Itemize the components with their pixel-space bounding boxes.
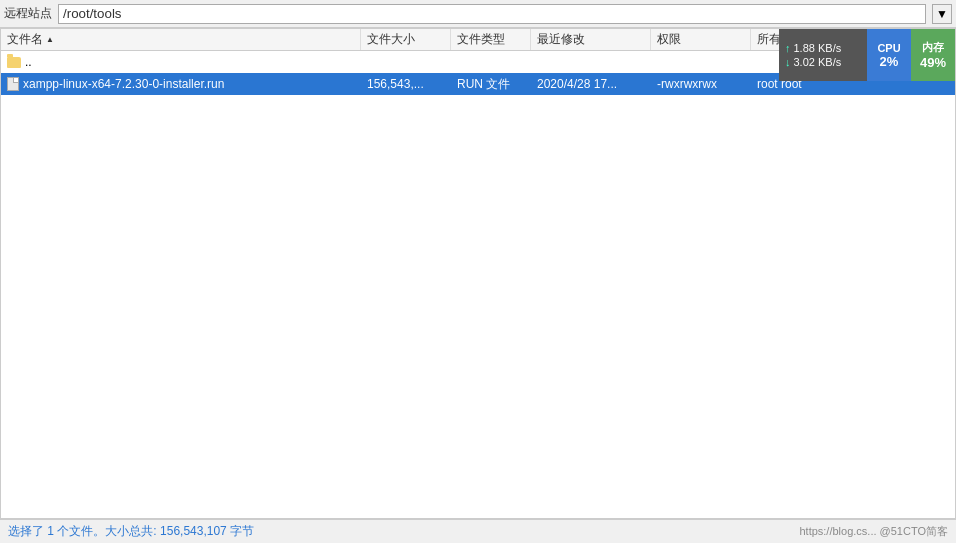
- download-speed: 3.02 KB/s: [794, 56, 842, 68]
- stats-widget: ↑ 1.88 KB/s ↓ 3.02 KB/s CPU 2% 内存 49%: [779, 29, 955, 81]
- status-text: 选择了 1 个文件。大小总共: 156,543,107 字节: [8, 523, 254, 540]
- sort-arrow-icon: ▲: [46, 35, 54, 44]
- size-value: 156,543,107: [160, 524, 227, 538]
- cpu-value: 2%: [880, 54, 899, 69]
- download-icon: ↓: [785, 56, 791, 68]
- mem-label: 内存: [922, 40, 944, 55]
- path-input[interactable]: [58, 4, 926, 24]
- col-modified[interactable]: 最近修改: [531, 29, 651, 50]
- file-size-cell: [361, 51, 451, 73]
- upload-icon: ↑: [785, 42, 791, 54]
- col-perms[interactable]: 权限: [651, 29, 751, 50]
- status-bar: 选择了 1 个文件。大小总共: 156,543,107 字节 https://b…: [0, 519, 956, 543]
- status-middle: 大小总共:: [105, 524, 160, 538]
- file-icon: [7, 77, 19, 91]
- file-panel: 文件名 ▲ 文件大小 文件类型 最近修改 权限 所有者/组 ..: [0, 28, 956, 519]
- download-row: ↓ 3.02 KB/s: [785, 56, 861, 68]
- file-perms-cell: -rwxrwxrwx: [651, 73, 751, 95]
- watermark: https://blog.cs... @51CTO简客: [799, 524, 948, 539]
- status-prefix: 选择了: [8, 524, 47, 538]
- top-bar: 远程站点 ▼: [0, 0, 956, 28]
- cpu-label: CPU: [877, 42, 900, 54]
- transfer-stats: ↑ 1.88 KB/s ↓ 3.02 KB/s: [779, 29, 867, 81]
- upload-speed: 1.88 KB/s: [794, 42, 842, 54]
- mem-value: 49%: [920, 55, 946, 70]
- file-perms-cell: [651, 51, 751, 73]
- cpu-stats: CPU 2%: [867, 29, 911, 81]
- file-modified-cell: [531, 51, 651, 73]
- col-size[interactable]: 文件大小: [361, 29, 451, 50]
- mem-stats: 内存 49%: [911, 29, 955, 81]
- path-dropdown[interactable]: ▼: [932, 4, 952, 24]
- file-name-cell: ..: [1, 51, 361, 73]
- folder-icon: [7, 57, 21, 68]
- file-type-cell: RUN 文件: [451, 73, 531, 95]
- upload-row: ↑ 1.88 KB/s: [785, 42, 861, 54]
- chevron-down-icon: ▼: [936, 7, 948, 21]
- file-name-cell: xampp-linux-x64-7.2.30-0-installer.run: [1, 73, 361, 95]
- remote-site-label: 远程站点: [4, 5, 52, 22]
- file-size-cell: 156,543,...: [361, 73, 451, 95]
- selected-count: 1 个文件。: [47, 524, 105, 538]
- status-suffix: 字节: [227, 524, 254, 538]
- file-type-cell: [451, 51, 531, 73]
- file-modified-cell: 2020/4/28 17...: [531, 73, 651, 95]
- col-type[interactable]: 文件类型: [451, 29, 531, 50]
- col-name[interactable]: 文件名 ▲: [1, 29, 361, 50]
- file-list[interactable]: .. xampp-linux-x64-7.2.30-0-installer.ru…: [1, 51, 955, 518]
